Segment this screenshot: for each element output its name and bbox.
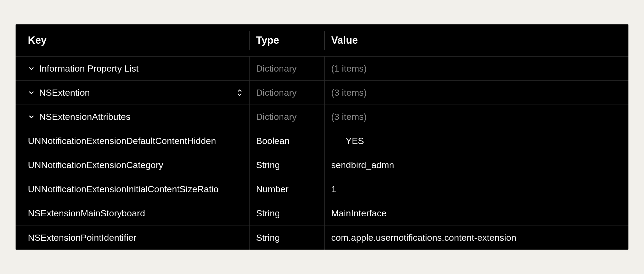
table-body: Information Property ListDictionary(1 it… — [16, 57, 628, 250]
key-cell: NSExtensionMainStoryboard — [16, 203, 249, 223]
type-label: Number — [256, 184, 288, 194]
key-label: UNNotificationExtensionCategory — [28, 160, 163, 170]
key-cell: NSExtensionPointIdentifier — [16, 228, 249, 248]
table-row[interactable]: Information Property ListDictionary(1 it… — [16, 57, 628, 81]
column-header-value-label: Value — [331, 35, 358, 46]
key-cell: UNNotificationExtensionCategory — [16, 155, 249, 175]
key-cell: UNNotificationExtensionInitialContentSiz… — [16, 179, 249, 199]
value-cell: MainInterface — [324, 201, 628, 225]
chevron-down-icon[interactable] — [28, 89, 35, 96]
table-row[interactable]: UNNotificationExtensionDefaultContentHid… — [16, 129, 628, 153]
column-header-value: Value — [324, 31, 628, 50]
value-cell: com.apple.usernotifications.content-exte… — [324, 225, 628, 250]
type-cell: Dictionary — [249, 57, 324, 80]
table-row[interactable]: NSExtensionAttributesDictionary(3 items) — [16, 105, 628, 129]
key-label: UNNotificationExtensionDefaultContentHid… — [28, 136, 216, 146]
value-label: YES — [331, 136, 364, 146]
type-label: String — [256, 208, 280, 219]
header-row: Key Type Value — [16, 24, 628, 57]
type-label: Dictionary — [256, 87, 297, 98]
column-header-type: Type — [249, 31, 324, 50]
key-label: Information Property List — [39, 63, 138, 74]
key-label: NSExtention — [39, 87, 90, 98]
type-cell: String — [249, 153, 324, 177]
type-cell: Dictionary — [249, 81, 324, 105]
type-cell: String — [249, 201, 324, 225]
value-label: (3 items) — [331, 87, 367, 98]
type-label: String — [256, 232, 280, 243]
plist-editor: Key Type Value Information Property List… — [16, 24, 628, 250]
key-cell: UNNotificationExtensionDefaultContentHid… — [16, 131, 249, 151]
table-row[interactable]: UNNotificationExtensionCategoryStringsen… — [16, 153, 628, 177]
key-cell: NSExtensionAttributes — [16, 107, 249, 127]
table-row[interactable]: NSExtentionDictionary(3 items) — [16, 81, 628, 105]
column-header-type-label: Type — [256, 35, 279, 46]
column-header-key-label: Key — [28, 35, 47, 46]
chevron-down-icon[interactable] — [28, 65, 35, 72]
column-header-key: Key — [16, 30, 249, 51]
type-label: Dictionary — [256, 63, 297, 74]
type-cell: Boolean — [249, 129, 324, 153]
type-label: Dictionary — [256, 112, 297, 122]
type-label: Boolean — [256, 136, 290, 146]
value-label: (3 items) — [331, 112, 367, 122]
value-cell: (3 items) — [324, 105, 628, 129]
chevron-down-icon[interactable] — [28, 113, 35, 120]
type-cell: Number — [249, 177, 324, 201]
key-label: UNNotificationExtensionInitialContentSiz… — [28, 184, 219, 194]
value-cell: sendbird_admn — [324, 153, 628, 177]
value-label: com.apple.usernotifications.content-exte… — [331, 232, 516, 243]
type-cell: Dictionary — [249, 105, 324, 129]
type-label: String — [256, 160, 280, 170]
key-cell: NSExtention — [16, 83, 249, 103]
value-cell: YES — [324, 129, 628, 153]
table-row[interactable]: NSExtensionPointIdentifierStringcom.appl… — [16, 225, 628, 250]
value-label: MainInterface — [331, 208, 386, 219]
key-cell: Information Property List — [16, 58, 249, 79]
key-label: NSExtensionAttributes — [39, 112, 130, 122]
value-cell: (1 items) — [324, 57, 628, 80]
key-label: NSExtensionPointIdentifier — [28, 232, 136, 243]
value-cell: (3 items) — [324, 81, 628, 105]
table-row[interactable]: NSExtensionMainStoryboardStringMainInter… — [16, 201, 628, 225]
stepper-icon[interactable] — [236, 87, 243, 98]
value-cell: 1 — [324, 177, 628, 201]
value-label: (1 items) — [331, 63, 367, 74]
table-row[interactable]: UNNotificationExtensionInitialContentSiz… — [16, 177, 628, 201]
value-label: 1 — [331, 184, 336, 194]
type-cell: String — [249, 225, 324, 250]
key-label: NSExtensionMainStoryboard — [28, 208, 145, 219]
value-label: sendbird_admn — [331, 160, 394, 170]
